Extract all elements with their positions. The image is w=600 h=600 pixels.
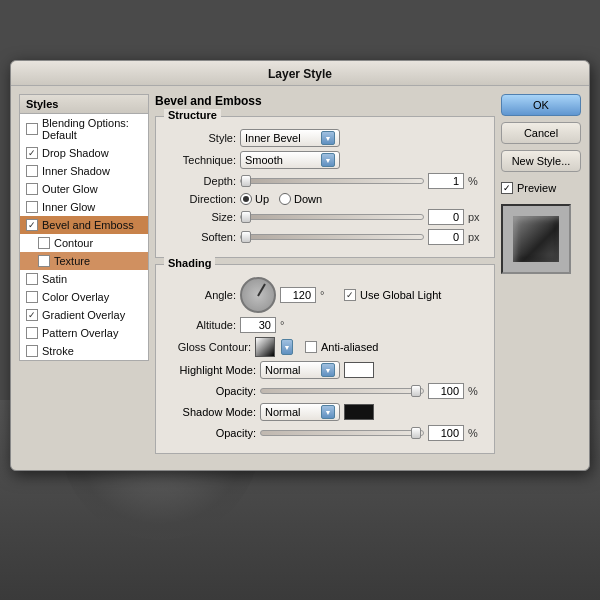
direction-label: Direction:: [166, 193, 236, 205]
anti-aliased-checkbox[interactable]: [305, 341, 317, 353]
size-input[interactable]: [428, 209, 464, 225]
technique-select[interactable]: Smooth ▼: [240, 151, 340, 169]
angle-unit: °: [320, 289, 336, 301]
angle-label: Angle:: [166, 289, 236, 301]
gloss-preview[interactable]: [255, 337, 275, 357]
size-slider[interactable]: [240, 214, 424, 220]
checkbox-inner-shadow[interactable]: [26, 165, 38, 177]
highlight-mode-select[interactable]: Normal ▼: [260, 361, 340, 379]
angle-row: Angle: ° Use Global Light: [166, 277, 484, 313]
angle-dial[interactable]: [240, 277, 276, 313]
style-select[interactable]: Inner Bevel ▼: [240, 129, 340, 147]
gloss-select-arrow[interactable]: ▼: [281, 339, 293, 355]
altitude-label: Altitude:: [166, 319, 236, 331]
soften-slider[interactable]: [240, 234, 424, 240]
styles-list: Blending Options: Default Drop Shadow In…: [19, 113, 149, 361]
size-label: Size:: [166, 211, 236, 223]
shadow-opacity-thumb[interactable]: [411, 427, 421, 439]
shadow-mode-arrow: ▼: [321, 405, 335, 419]
sidebar-item-drop-shadow[interactable]: Drop Shadow: [20, 144, 148, 162]
checkbox-outer-glow[interactable]: [26, 183, 38, 195]
checkbox-inner-glow[interactable]: [26, 201, 38, 213]
preview-box: [501, 204, 571, 274]
sidebar-item-blending[interactable]: Blending Options: Default: [20, 114, 148, 144]
highlight-mode-arrow: ▼: [321, 363, 335, 377]
technique-select-arrow: ▼: [321, 153, 335, 167]
highlight-color-swatch[interactable]: [344, 362, 374, 378]
checkbox-pattern-overlay[interactable]: [26, 327, 38, 339]
depth-row: Depth: %: [166, 173, 484, 189]
preview-label-row: ✓ Preview: [501, 182, 581, 194]
sidebar-item-outer-glow[interactable]: Outer Glow: [20, 180, 148, 198]
sidebar-item-inner-shadow[interactable]: Inner Shadow: [20, 162, 148, 180]
section-bevel-title: Bevel and Emboss: [155, 94, 495, 108]
sidebar-item-pattern-overlay[interactable]: Pattern Overlay: [20, 324, 148, 342]
size-thumb[interactable]: [241, 211, 251, 223]
depth-label: Depth:: [166, 175, 236, 187]
sidebar-item-gradient-overlay[interactable]: Gradient Overlay: [20, 306, 148, 324]
ok-button[interactable]: OK: [501, 94, 581, 116]
checkbox-bevel-emboss[interactable]: [26, 219, 38, 231]
gloss-row: Gloss Contour: ▼ Anti-aliased: [166, 337, 484, 357]
checkbox-contour[interactable]: [38, 237, 50, 249]
preview-checkbox[interactable]: ✓: [501, 182, 513, 194]
sidebar-item-bevel-emboss[interactable]: Bevel and Emboss: [20, 216, 148, 234]
soften-unit: px: [468, 231, 484, 243]
preview-label-text: Preview: [517, 182, 556, 194]
shadow-opacity-slider[interactable]: [260, 430, 424, 436]
direction-up-radio[interactable]: [240, 193, 252, 205]
checkbox-blending[interactable]: [26, 123, 38, 135]
opacity-label-2: Opacity:: [166, 427, 256, 439]
soften-thumb[interactable]: [241, 231, 251, 243]
sidebar-item-color-overlay[interactable]: Color Overlay: [20, 288, 148, 306]
altitude-row: Altitude: °: [166, 317, 484, 333]
direction-up-item[interactable]: Up: [240, 193, 269, 205]
direction-down-radio[interactable]: [279, 193, 291, 205]
checkbox-satin[interactable]: [26, 273, 38, 285]
direction-group: Up Down: [240, 193, 322, 205]
sidebar-item-satin[interactable]: Satin: [20, 270, 148, 288]
checkbox-stroke[interactable]: [26, 345, 38, 357]
style-row: Style: Inner Bevel ▼: [166, 129, 484, 147]
highlight-mode-label: Highlight Mode:: [166, 364, 256, 376]
sidebar-item-stroke[interactable]: Stroke: [20, 342, 148, 360]
layer-style-dialog: Layer Style Styles Blending Options: Def…: [10, 60, 590, 471]
checkbox-gradient-overlay[interactable]: [26, 309, 38, 321]
global-light-checkbox[interactable]: [344, 289, 356, 301]
depth-thumb[interactable]: [241, 175, 251, 187]
depth-input[interactable]: [428, 173, 464, 189]
checkbox-drop-shadow[interactable]: [26, 147, 38, 159]
shadow-color-swatch[interactable]: [344, 404, 374, 420]
sidebar-item-contour[interactable]: Contour: [20, 234, 148, 252]
highlight-opacity-input[interactable]: [428, 383, 464, 399]
styles-panel: Styles Blending Options: Default Drop Sh…: [19, 94, 149, 454]
shadow-opacity-row: Opacity: %: [166, 425, 484, 441]
checkbox-texture[interactable]: [38, 255, 50, 267]
opacity-label-1: Opacity:: [166, 385, 256, 397]
new-style-button[interactable]: New Style...: [501, 150, 581, 172]
direction-row: Direction: Up Down: [166, 193, 484, 205]
structure-title: Structure: [164, 109, 221, 121]
gloss-label: Gloss Contour:: [166, 341, 251, 353]
highlight-opacity-thumb[interactable]: [411, 385, 421, 397]
highlight-opacity-slider[interactable]: [260, 388, 424, 394]
shadow-mode-select[interactable]: Normal ▼: [260, 403, 340, 421]
shadow-mode-label: Shadow Mode:: [166, 406, 256, 418]
shading-title: Shading: [164, 257, 215, 269]
sidebar-item-texture[interactable]: Texture: [20, 252, 148, 270]
checkbox-color-overlay[interactable]: [26, 291, 38, 303]
cancel-button[interactable]: Cancel: [501, 122, 581, 144]
depth-slider[interactable]: [240, 178, 424, 184]
altitude-unit: °: [280, 319, 296, 331]
dialog-title: Layer Style: [11, 61, 589, 86]
soften-input[interactable]: [428, 229, 464, 245]
buttons-panel: OK Cancel New Style... ✓ Preview: [501, 94, 581, 454]
preview-inner: [513, 216, 559, 262]
shadow-opacity-input[interactable]: [428, 425, 464, 441]
highlight-opacity-unit: %: [468, 385, 484, 397]
highlight-opacity-row: Opacity: %: [166, 383, 484, 399]
sidebar-item-inner-glow[interactable]: Inner Glow: [20, 198, 148, 216]
direction-down-item[interactable]: Down: [279, 193, 322, 205]
angle-input[interactable]: [280, 287, 316, 303]
altitude-input[interactable]: [240, 317, 276, 333]
